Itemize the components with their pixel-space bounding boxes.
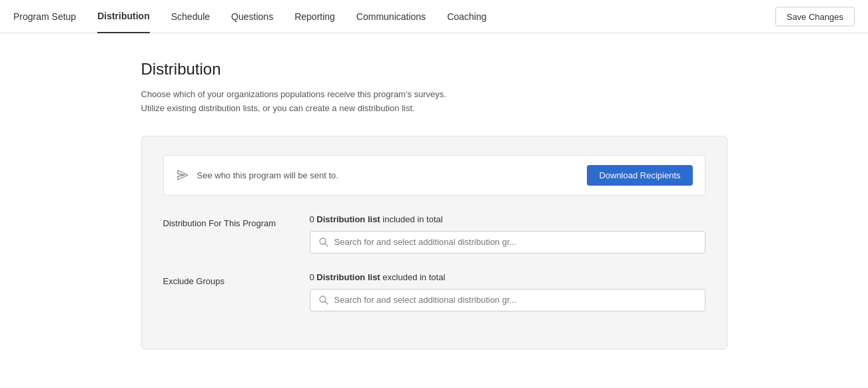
distribution-card: See who this program will be sent to. Do… xyxy=(141,136,727,349)
exclude-search-wrapper[interactable] xyxy=(310,289,705,311)
nav-distribution[interactable]: Distribution xyxy=(97,0,150,33)
svg-line-3 xyxy=(325,301,328,304)
main-content: Distribution Choose which of your organi… xyxy=(101,33,767,376)
nav-schedule[interactable]: Schedule xyxy=(171,1,210,33)
download-row-text: See who this program will be sent to. xyxy=(197,170,588,180)
exclude-count-label: 0 Distribution list excluded in total xyxy=(310,272,705,282)
nav-communications[interactable]: Communications xyxy=(356,1,426,33)
distribution-search-input[interactable] xyxy=(334,237,697,247)
download-recipients-row: See who this program will be sent to. Do… xyxy=(163,155,705,196)
nav-coaching[interactable]: Coaching xyxy=(447,1,486,33)
nav-questions[interactable]: Questions xyxy=(231,1,273,33)
distribution-section-label: Distribution For This Program xyxy=(163,214,310,228)
distribution-count-label: 0 Distribution list included in total xyxy=(310,214,705,224)
download-recipients-button[interactable]: Download Recipients xyxy=(587,165,692,186)
distribution-section-content: 0 Distribution list included in total xyxy=(310,214,705,254)
exclude-section-content: 0 Distribution list excluded in total xyxy=(310,272,705,311)
exclude-section-row: Exclude Groups 0 Distribution list exclu… xyxy=(163,272,705,311)
distribution-search-icon xyxy=(318,237,329,248)
svg-line-1 xyxy=(325,244,328,246)
nav-program-setup[interactable]: Program Setup xyxy=(13,1,76,33)
exclude-section-label: Exclude Groups xyxy=(163,272,310,286)
distribution-search-wrapper[interactable] xyxy=(310,231,705,254)
page-description: Choose which of your organizations popul… xyxy=(141,88,727,116)
exclude-search-input[interactable] xyxy=(334,295,697,305)
send-icon xyxy=(176,168,189,182)
page-title: Distribution xyxy=(141,60,727,79)
distribution-section-row: Distribution For This Program 0 Distribu… xyxy=(163,214,705,254)
top-navigation: Program Setup Distribution Schedule Ques… xyxy=(0,0,868,33)
save-changes-button[interactable]: Save Changes xyxy=(775,7,855,26)
nav-reporting[interactable]: Reporting xyxy=(294,1,335,33)
nav-items: Program Setup Distribution Schedule Ques… xyxy=(13,0,855,33)
exclude-search-icon xyxy=(318,295,329,305)
